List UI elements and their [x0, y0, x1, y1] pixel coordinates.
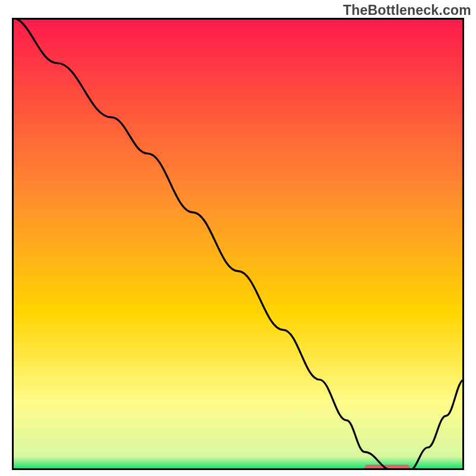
- chart-container: TheBottleneck.com: [0, 0, 476, 476]
- bottleneck-chart: [12, 18, 464, 470]
- watermark-text: TheBottleneck.com: [343, 2, 471, 18]
- gradient-background: [12, 18, 464, 470]
- plot-area: [12, 18, 464, 470]
